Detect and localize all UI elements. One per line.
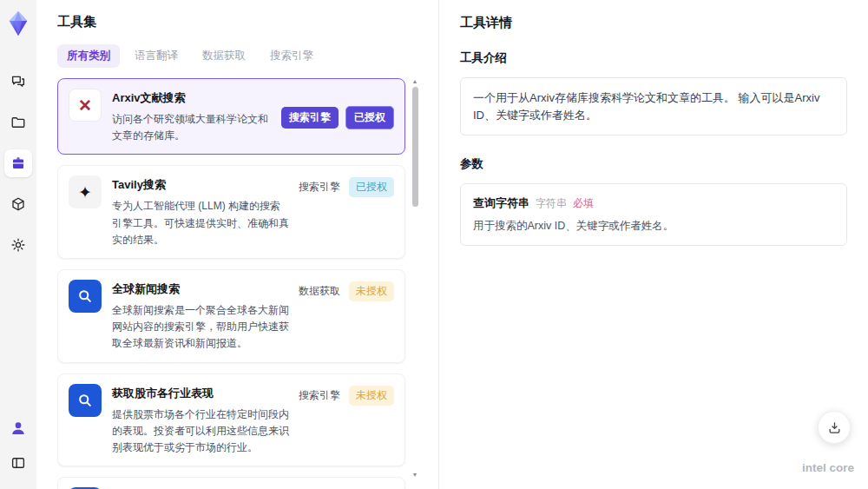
tool-category-badge: 搜索引擎 (297, 386, 342, 406)
tool-icon: ✕ ✦ (69, 175, 102, 208)
search-icon (76, 287, 94, 305)
tool-description: 提供股票市场各个行业在特定时间段内的表现。投资者可以利用这些信息来识别表现优于或… (112, 406, 290, 457)
tool-card[interactable]: ✕ ✦ 全球新闻搜索 全球新闻 (57, 269, 405, 363)
folder-icon (10, 115, 26, 130)
tool-icon: ✕ ✦ (69, 384, 102, 417)
tool-card-body: 全球新闻搜索 全球新闻搜索是一个聚合全球各大新闻网站内容的搜索引擎，帮助用户快速… (112, 280, 297, 353)
sidebar-item-plugins[interactable] (4, 190, 32, 218)
tool-badges: 搜索引擎 已授权 (297, 177, 394, 197)
tool-badges: 搜索引擎 已授权 (281, 106, 394, 129)
star-icon: ✦ (78, 184, 92, 201)
parameter-description: 用于搜索的Arxiv ID、关键字或作者姓名。 (473, 219, 834, 234)
tool-list: ✕ ✦ Arxiv文献搜索 访 (57, 78, 419, 489)
tool-card[interactable]: ✕ ✦ 获取市场最活跃股票信息 (57, 477, 405, 489)
parameter-card: 查询字符串 字符串 必填 用于搜索的Arxiv ID、关键字或作者姓名。 (460, 183, 847, 246)
intel-core-logo: intel core (802, 461, 854, 474)
category-tab[interactable]: 语言翻译 (125, 44, 187, 68)
tool-description: 全球新闻搜索是一个聚合全球各大新闻网站内容的搜索引擎，帮助用户快速获取全球最新资… (112, 302, 290, 353)
scrollbar-down-arrow[interactable]: ▼ (411, 472, 419, 479)
tool-card-body: Tavily搜索 专为人工智能代理 (LLM) 构建的搜索引擎工具。可快速提供实… (112, 175, 297, 248)
sidebar-item-chat[interactable] (4, 68, 32, 96)
panel-toggle-icon (10, 455, 26, 471)
tool-icon: ✕ ✦ (69, 89, 102, 122)
category-tab[interactable]: 所有类别 (57, 44, 120, 68)
list-scrollbar[interactable]: ▲ ▼ (411, 78, 419, 489)
parameter-type: 字符串 (536, 196, 567, 211)
tool-status-badge: 已授权 (345, 106, 394, 129)
tool-badges: 搜索引擎 未授权 (297, 386, 394, 406)
sidebar-item-toolset[interactable] (4, 149, 32, 177)
download-button[interactable] (818, 411, 851, 444)
tool-detail-panel: 工具详情 工具介绍 一个用于从Arxiv存储库搜索科学论文和文章的工具。 输入可… (439, 0, 868, 489)
gear-icon (10, 237, 26, 253)
sidebar-item-account[interactable] (4, 414, 32, 442)
scrollbar-thumb[interactable] (412, 87, 418, 207)
tool-name: Tavily搜索 (112, 177, 290, 193)
category-tabs: 所有类别 语言翻译 数据获取 搜索引擎 (57, 44, 419, 68)
tool-name: 获取股市各行业表现 (112, 386, 290, 401)
tool-category-badge: 搜索引擎 (281, 107, 339, 129)
tool-icon: ✕ ✦ (69, 280, 102, 313)
parameter-header: 查询字符串 字符串 必填 (473, 195, 834, 211)
sidebar (0, 0, 36, 489)
toolbox-icon (10, 155, 26, 171)
sidebar-item-collapse[interactable] (4, 449, 32, 477)
download-icon (827, 420, 842, 435)
tool-card[interactable]: ✕ ✦ 获取股市各行业表现 提 (57, 373, 405, 467)
tool-category-badge: 数据获取 (297, 281, 342, 301)
app-window: 工具集 所有类别 语言翻译 数据获取 搜索引擎 ✕ ✦ (0, 0, 868, 489)
tool-card[interactable]: ✕ ✦ Arxiv文献搜索 访 (57, 78, 405, 155)
app-logo-gem-icon[interactable] (7, 10, 30, 36)
page-title: 工具集 (57, 14, 419, 30)
tool-list-panel: 工具集 所有类别 语言翻译 数据获取 搜索引擎 ✕ ✦ (36, 0, 439, 489)
detail-title: 工具详情 (460, 15, 847, 31)
tool-name: Arxiv文献搜索 (112, 90, 274, 106)
category-tab[interactable]: 搜索引擎 (260, 44, 323, 68)
intel-core-logo-text: intel core (802, 461, 854, 474)
sidebar-item-settings[interactable] (4, 231, 32, 259)
tool-status-badge: 未授权 (349, 281, 394, 301)
tool-status-badge: 未授权 (349, 386, 394, 406)
tool-card-body: Arxiv文献搜索 访问各个研究领域大量科学论文和文章的存储库。 (112, 89, 281, 144)
parameter-required-badge: 必填 (573, 196, 594, 211)
scrollbar-up-arrow[interactable]: ▲ (411, 78, 419, 85)
chat-icon (10, 74, 26, 89)
tool-card[interactable]: ✕ ✦ Tavily搜索 专为 (57, 165, 405, 259)
tool-description: 专为人工智能代理 (LLM) 构建的搜索引擎工具。可快速提供实时、准确和真实的结… (112, 198, 290, 248)
params-heading: 参数 (460, 156, 847, 172)
intro-heading: 工具介绍 (460, 50, 847, 66)
tool-name: 全球新闻搜索 (112, 281, 290, 297)
search-icon (76, 392, 94, 409)
sidebar-item-files[interactable] (4, 109, 32, 136)
tool-status-badge: 已授权 (349, 177, 394, 197)
tool-intro-text: 一个用于从Arxiv存储库搜索科学论文和文章的工具。 输入可以是Arxiv ID… (460, 77, 847, 135)
arxiv-x-icon: ✕ (78, 97, 92, 114)
tool-category-badge: 搜索引擎 (297, 177, 342, 197)
tool-badges: 数据获取 未授权 (297, 281, 394, 301)
user-avatar-icon (10, 420, 27, 437)
cube-icon (10, 196, 26, 212)
tool-description: 访问各个研究领域大量科学论文和文章的存储库。 (112, 111, 274, 144)
category-tab[interactable]: 数据获取 (193, 44, 255, 68)
parameter-name: 查询字符串 (473, 195, 529, 211)
tool-card-body: 获取股市各行业表现 提供股票市场各个行业在特定时间段内的表现。投资者可以利用这些… (112, 384, 297, 457)
